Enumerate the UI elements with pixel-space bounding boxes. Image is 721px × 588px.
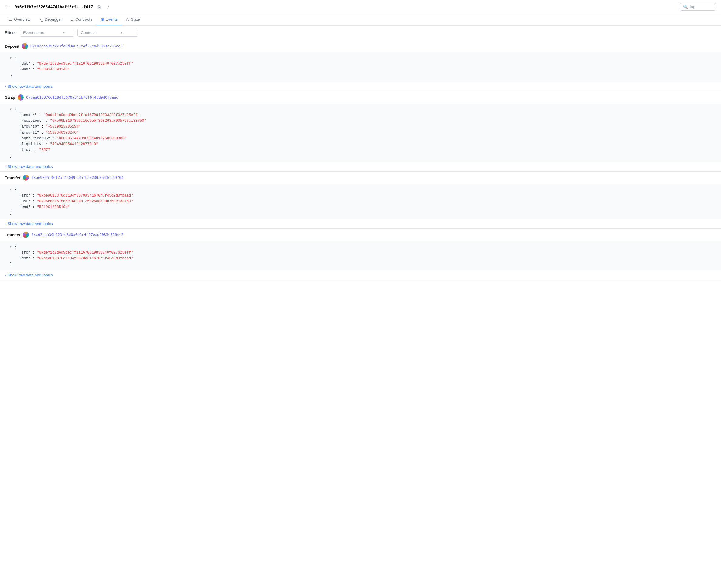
filters-bar: Filters: Event name ▼ Contract ▼ — [0, 25, 721, 40]
debugger-icon: >_ — [39, 17, 43, 22]
nav-tabs: ☰ Overview >_ Debugger ☷ Contracts ▣ Eve… — [0, 14, 721, 25]
tab-overview-label: Overview — [14, 17, 30, 22]
event-section-transfer-2: Transfer 0xc02aaa39b223fe8d0a0e5c4f27ead… — [0, 229, 721, 280]
show-raw-label-transfer-1: Show raw data and topics — [7, 222, 53, 226]
show-raw-label-transfer-2: Show raw data and topics — [7, 273, 53, 277]
external-link-button[interactable]: ↗ — [105, 4, 111, 10]
header: ← 0x6c1fb7ef5265447d1baff3cf...f617 ⎘ ↗ … — [0, 0, 721, 14]
collapse-arrow-deposit[interactable]: ▼ — [10, 57, 12, 60]
contract-icon-swap — [18, 94, 24, 101]
back-button[interactable]: ← — [5, 4, 11, 10]
contracts-icon: ☷ — [70, 17, 74, 22]
show-raw-chevron-transfer-2: › — [5, 273, 6, 277]
search-icon: 🔍 — [683, 4, 688, 9]
event-section-swap: Swap 0xbea615376d1184f3670a341b70f6f45d9… — [0, 91, 721, 172]
show-raw-swap[interactable]: ›Show raw data and topics — [0, 162, 721, 171]
event-section-transfer-1: Transfer 0xbe9895146f7af43049ca1c1ae358b… — [0, 172, 721, 229]
show-raw-chevron-swap: › — [5, 165, 6, 169]
event-name-transfer-2: Transfer — [5, 233, 20, 237]
tab-state-label: State — [131, 17, 140, 22]
collapse-arrow-swap[interactable]: ▼ — [10, 108, 12, 111]
search-bar[interactable]: 🔍 Inp — [680, 3, 716, 10]
tab-debugger[interactable]: >_ Debugger — [35, 14, 66, 25]
contract-address-transfer-2[interactable]: 0xc02aaa39b223fe8d0a0e5c4f27ead9083c756c… — [31, 233, 123, 237]
show-raw-label-deposit: Show raw data and topics — [7, 84, 53, 89]
contract-filter[interactable]: Contract ▼ — [78, 28, 138, 37]
show-raw-chevron-transfer-1: › — [5, 222, 6, 226]
collapse-arrow-transfer-2[interactable]: ▼ — [10, 245, 12, 248]
tx-hash: 0x6c1fb7ef5265447d1baff3cf...f617 — [15, 4, 93, 9]
tab-overview[interactable]: ☰ Overview — [5, 14, 35, 25]
contract-address-deposit[interactable]: 0xc02aaa39b223fe8d0a0e5c4f27ead9083c756c… — [30, 44, 122, 48]
contract-address-swap[interactable]: 0xbea615376d1184f3670a341b70f6f45d9d0fba… — [26, 96, 118, 100]
show-raw-deposit[interactable]: ›Show raw data and topics — [0, 82, 721, 91]
contract-icon-transfer-2 — [23, 232, 29, 238]
event-header-deposit: Deposit 0xc02aaa39b223fe8d0a0e5c4f27ead9… — [0, 40, 721, 52]
event-header-transfer-2: Transfer 0xc02aaa39b223fe8d0a0e5c4f27ead… — [0, 229, 721, 241]
event-section-deposit: Deposit 0xc02aaa39b223fe8d0a0e5c4f27ead9… — [0, 40, 721, 91]
search-placeholder: Inp — [690, 4, 695, 9]
filters-label: Filters: — [5, 30, 17, 35]
tab-events[interactable]: ▣ Events — [97, 14, 122, 25]
tab-debugger-label: Debugger — [45, 17, 62, 22]
events-container: Deposit 0xc02aaa39b223fe8d0a0e5c4f27ead9… — [0, 40, 721, 280]
show-raw-transfer-1[interactable]: ›Show raw data and topics — [0, 219, 721, 228]
tab-contracts[interactable]: ☷ Contracts — [66, 14, 97, 25]
tab-contracts-label: Contracts — [75, 17, 92, 22]
contract-address-transfer-1[interactable]: 0xbe9895146f7af43049ca1c1ae358b0541ea497… — [31, 175, 123, 180]
event-name-filter[interactable]: Event name ▼ — [20, 28, 75, 37]
copy-button[interactable]: ⎘ — [97, 4, 102, 10]
tab-state[interactable]: ◎ State — [122, 14, 144, 25]
contract-placeholder: Contract — [81, 30, 96, 35]
event-name-swap: Swap — [5, 95, 15, 100]
event-name-chevron: ▼ — [62, 31, 65, 34]
event-name-transfer-1: Transfer — [5, 175, 20, 180]
json-block-deposit: ▼ {"dst" : "0xdef1c0ded9bec7f1a167081983… — [0, 52, 721, 82]
json-block-transfer-1: ▼ {"src" : "0xbea615376d1184f3670a341b70… — [0, 184, 721, 219]
event-header-transfer-1: Transfer 0xbe9895146f7af43049ca1c1ae358b… — [0, 172, 721, 184]
json-block-swap: ▼ {"sender" : "0xdef1c0ded9bec7f1a167081… — [0, 104, 721, 162]
show-raw-chevron-deposit: › — [5, 84, 6, 88]
overview-icon: ☰ — [9, 17, 13, 22]
json-block-transfer-2: ▼ {"src" : "0xdef1c0ded9bec7f1a167081983… — [0, 241, 721, 270]
contract-icon-deposit — [22, 43, 28, 49]
events-icon: ▣ — [101, 17, 104, 22]
state-icon: ◎ — [126, 17, 129, 22]
contract-icon-transfer-1 — [23, 175, 29, 181]
contract-chevron: ▼ — [120, 31, 123, 34]
event-name-deposit: Deposit — [5, 44, 19, 48]
event-name-placeholder: Event name — [23, 30, 44, 35]
event-header-swap: Swap 0xbea615376d1184f3670a341b70f6f45d9… — [0, 91, 721, 104]
show-raw-transfer-2[interactable]: ›Show raw data and topics — [0, 270, 721, 280]
collapse-arrow-transfer-1[interactable]: ▼ — [10, 188, 12, 191]
show-raw-label-swap: Show raw data and topics — [7, 164, 53, 169]
tab-events-label: Events — [106, 17, 118, 22]
